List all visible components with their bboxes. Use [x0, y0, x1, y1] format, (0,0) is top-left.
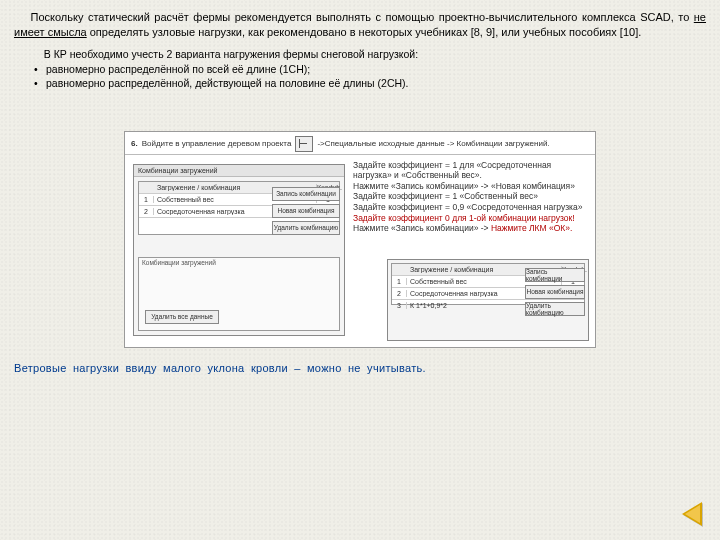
clear-all-button[interactable]: Удалить все данные — [145, 310, 219, 324]
project-tree-icon — [295, 136, 313, 152]
new-combination-button[interactable]: Новая комбинация — [525, 285, 585, 299]
subpanel-title: Комбинации загружений — [139, 258, 339, 267]
instr-line-6: Нажмите «Запись комбинации» -> Нажмите Л… — [353, 223, 589, 234]
step-number: 6. — [131, 139, 138, 148]
grid-cell: 2 — [139, 208, 154, 215]
new-combination-button[interactable]: Новая комбинация — [272, 204, 340, 218]
write-combination-button[interactable]: Запись комбинации — [272, 187, 340, 201]
instr-line-5-warning: Задайте коэффициент 0 для 1-ой комбинаци… — [353, 213, 589, 224]
intro-pre: Поскольку статический расчёт фермы реком… — [31, 11, 694, 23]
wind-load-note: Ветровые нагрузки ввиду малого уклона кр… — [14, 362, 706, 374]
instr-line-6a: Нажмите «Запись комбинации» -> — [353, 223, 491, 233]
grid-cell: 3 — [392, 302, 407, 309]
step-tail: ->Специальные исходные данные -> Комбина… — [317, 139, 549, 148]
grid-cell: 2 — [392, 290, 407, 297]
intro-paragraph: Поскольку статический расчёт фермы реком… — [14, 10, 706, 40]
write-combination-button[interactable]: Запись комбинации — [525, 268, 585, 282]
combinations-dialog-small: Загружение / комбинация Коэфф. 1 Собстве… — [387, 259, 589, 341]
snow-bullet-2: равномерно распределённой, действующей н… — [34, 77, 706, 91]
grid-cell: 1 — [139, 196, 154, 203]
grid-cell: 1 — [392, 278, 407, 285]
combinations-subpanel: Комбинации загружений Удалить все данные — [138, 257, 340, 331]
instr-line-6b: Нажмите ЛКМ «ОК». — [491, 223, 572, 233]
combinations-dialog: Комбинации загружений Загружение / комби… — [133, 164, 345, 336]
delete-combination-button[interactable]: Удалить комбинацию — [272, 221, 340, 235]
snow-lead: В КР необходимо учесть 2 варианта нагруж… — [28, 48, 706, 62]
instr-line-1: Задайте коэффициент = 1 для «Сосредоточе… — [353, 160, 589, 181]
instr-line-4: Задайте коэффициент = 0,9 «Сосредоточенн… — [353, 202, 589, 213]
intro-post: определять узловые нагрузки, как рекомен… — [87, 26, 642, 38]
snow-load-block: В КР необходимо учесть 2 варианта нагруж… — [28, 48, 706, 91]
figure-caption-row: 6. Войдите в управление деревом проекта … — [125, 132, 595, 155]
snow-bullet-1: равномерно распределённой по всей её дли… — [34, 63, 706, 77]
scad-figure: 6. Войдите в управление деревом проекта … — [124, 131, 596, 348]
instr-line-2: Нажмите «Запись комбинации» -> «Новая ко… — [353, 181, 589, 192]
delete-combination-button[interactable]: Удалить комбинацию — [525, 302, 585, 316]
instr-line-3: Задайте коэффициент = 1 «Собственный вес… — [353, 191, 589, 202]
prev-slide-icon[interactable] — [682, 502, 702, 526]
dialog-title: Комбинации загружений — [134, 165, 344, 177]
instruction-text: Задайте коэффициент = 1 для «Сосредоточе… — [353, 160, 589, 234]
step-text: Войдите в управление деревом проекта — [142, 139, 292, 148]
